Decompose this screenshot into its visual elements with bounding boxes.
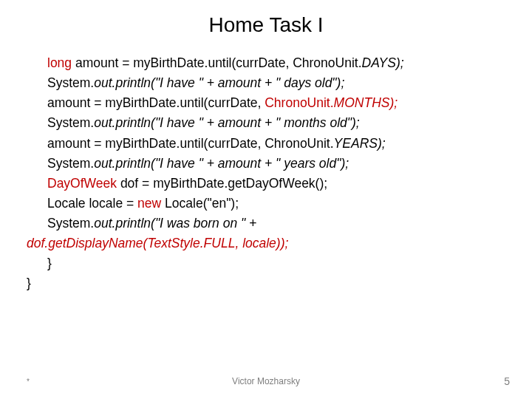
code-line: }	[27, 273, 517, 293]
page-number: 5	[504, 375, 510, 387]
slide-title: Home Task I	[0, 13, 532, 37]
code-line: amount = myBirthDate.until(currDate, Chr…	[27, 93, 517, 113]
code-line: }	[27, 253, 517, 273]
slide-footer: * Victor Mozharsky 5	[0, 375, 532, 387]
code-block: long amount = myBirthDate.until(currDate…	[0, 53, 532, 294]
code-line: dof.getDisplayName(TextStyle.FULL, local…	[27, 233, 517, 253]
code-line: Locale locale = new Locale("en");	[27, 194, 517, 214]
code-line: DayOfWeek dof = myBirthDate.getDayOfWeek…	[27, 174, 517, 194]
code-line: System.out.println("I was born on " +	[27, 214, 517, 233]
code-line: System.out.println("I have " + amount + …	[27, 73, 517, 93]
footer-author: Victor Mozharsky	[0, 376, 532, 386]
code-line: System.out.println("I have " + amount + …	[27, 154, 517, 174]
code-line: amount = myBirthDate.until(currDate, Chr…	[27, 134, 517, 154]
code-line: long amount = myBirthDate.until(currDate…	[27, 53, 517, 73]
code-line: System.out.println("I have " + amount + …	[27, 113, 517, 133]
